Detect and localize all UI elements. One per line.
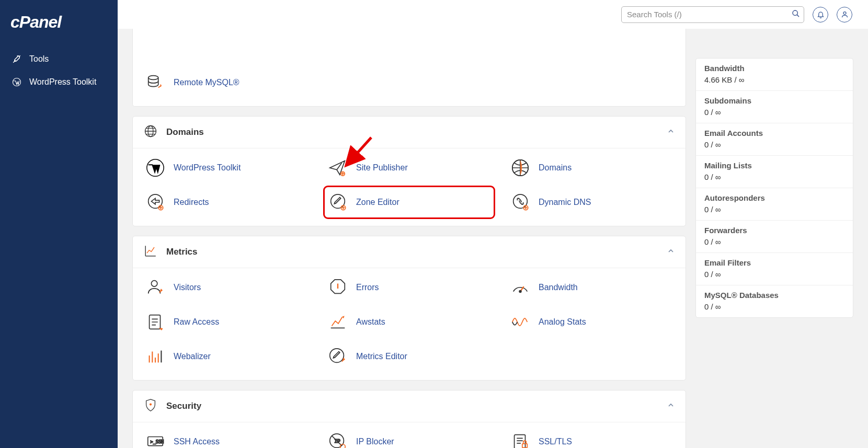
svg-point-18 [151,281,157,286]
user-menu-button[interactable] [837,7,852,22]
stat-value: 0 / ∞ [704,205,844,214]
notifications-button[interactable] [813,7,828,22]
sidebar-item-label: WordPress Toolkit [29,77,96,87]
tool-label: Redirects [174,198,209,207]
tool-item-redirects[interactable]: Redirects [143,188,310,216]
tool-item-metrics-editor[interactable]: Metrics Editor [326,342,493,371]
search-icon[interactable] [792,9,800,20]
chevron-up-icon[interactable] [667,401,675,411]
stat-value: 0 / ∞ [704,270,844,279]
tool-item-ip-blocker[interactable]: IP IP Blocker [326,428,493,448]
stat-label: Email Accounts [704,129,844,137]
stat-label: MySQL® Databases [704,291,844,300]
tool-item-zone-editor[interactable]: Zone Editor [326,188,493,216]
tool-item-site-publisher[interactable]: Site Publisher [326,154,493,182]
panel-title: Security [166,401,201,411]
main-area: . . . Remote MySQL® [118,0,868,448]
svg-point-3 [149,76,158,80]
stat-row[interactable]: Email Accounts0 / ∞ [696,123,853,156]
zone-editor-icon [328,192,348,212]
paper-plane-icon [328,158,348,178]
sidebar-item-tools[interactable]: Tools [0,48,118,71]
stat-row[interactable]: Mailing Lists0 / ∞ [696,156,853,188]
tool-label: Visitors [174,283,201,292]
content-scroll[interactable]: . . . Remote MySQL® [118,29,868,448]
tool-label: Bandwidth [539,283,578,292]
stat-label: Email Filters [704,258,844,267]
panel-header-security[interactable]: Security [133,390,686,422]
tool-item-ssh-access[interactable]: >_SSH SSH Access [143,428,310,448]
wordpress-icon [145,158,165,178]
tool-item-domains[interactable]: Domains [508,154,675,182]
stat-row[interactable]: MySQL® Databases0 / ∞ [696,285,853,317]
tool-item-bandwidth[interactable]: Bandwidth [508,273,675,302]
webalizer-icon [145,347,165,366]
errors-icon [328,278,348,297]
svg-rect-29 [522,444,528,448]
raw-access-icon [145,312,165,332]
tool-label: SSH Access [174,437,220,446]
database-remote-icon [145,73,165,93]
stat-row[interactable]: Email Filters0 / ∞ [696,253,853,285]
stat-label: Subdomains [704,96,844,105]
tool-label: Dynamic DNS [539,198,591,207]
analog-stats-icon [510,312,530,332]
tool-item-dynamic-dns[interactable]: Dynamic DNS [508,188,675,216]
tool-item-raw-access[interactable]: Raw Access [143,308,310,336]
panel-title: Metrics [166,247,198,257]
tool-label: Remote MySQL® [174,78,239,87]
stat-row[interactable]: Subdomains0 / ∞ [696,91,853,123]
metrics-panel: Metrics Visitors [132,236,686,381]
chevron-up-icon[interactable] [667,127,675,137]
user-icon [841,10,849,18]
dynamic-dns-icon [510,192,530,212]
ssl-icon [510,432,530,448]
panel-header-domains[interactable]: Domains [133,117,686,148]
stats-panel: Bandwidth4.66 KB / ∞ Subdomains0 / ∞ Ema… [695,58,853,318]
svg-point-1 [793,10,797,15]
ip-blocker-icon: IP [328,432,348,448]
tools-icon [12,54,22,64]
panel-title: Domains [166,127,204,137]
svg-point-22 [150,404,152,406]
tool-item-wordpress-toolkit[interactable]: WordPress Toolkit [143,154,310,182]
svg-point-10 [149,194,163,209]
ssh-icon: >_SSH [145,432,165,448]
metrics-editor-icon [328,347,348,366]
sidebar: cPanel Tools WordPress Toolkit [0,0,118,448]
visitors-icon [145,278,165,297]
tool-label: Zone Editor [356,198,399,207]
stat-row[interactable]: Bandwidth4.66 KB / ∞ [696,59,853,91]
search-input[interactable] [621,6,804,23]
tool-label: Raw Access [174,317,219,327]
gauge-icon [510,278,530,297]
tool-label: WordPress Toolkit [174,163,241,173]
svg-text:IP: IP [334,438,340,444]
databases-panel-truncated: . . . Remote MySQL® [132,29,686,107]
tool-label: Webalizer [174,352,211,361]
stat-row[interactable]: Autoresponders0 / ∞ [696,188,853,221]
globe-icon [143,124,158,141]
stat-value: 0 / ∞ [704,173,844,181]
tool-item-webalizer[interactable]: Webalizer [143,342,310,371]
svg-point-19 [519,291,521,293]
svg-point-2 [843,12,846,15]
tool-item-awstats[interactable]: Awstats [326,308,493,336]
tool-item-remote-mysql[interactable]: Remote MySQL® [143,68,310,97]
chevron-up-icon[interactable] [667,247,675,257]
globe-domain-icon [510,158,530,178]
topbar [118,0,868,29]
tool-item-analog-stats[interactable]: Analog Stats [508,308,675,336]
tool-item-visitors[interactable]: Visitors [143,273,310,302]
tool-label: IP Blocker [356,437,394,446]
awstats-icon [328,312,348,332]
stat-row[interactable]: Forwarders0 / ∞ [696,221,853,253]
panel-header-metrics[interactable]: Metrics [133,236,686,268]
stat-value: 0 / ∞ [704,140,844,149]
tool-item-ssl-tls[interactable]: SSL/TLS [508,428,675,448]
svg-text:>_SSH: >_SSH [151,439,164,444]
shield-icon [143,398,158,415]
tool-label: Analog Stats [539,317,586,327]
sidebar-item-wordpress-toolkit[interactable]: WordPress Toolkit [0,71,118,94]
tool-item-errors[interactable]: Errors [326,273,493,302]
